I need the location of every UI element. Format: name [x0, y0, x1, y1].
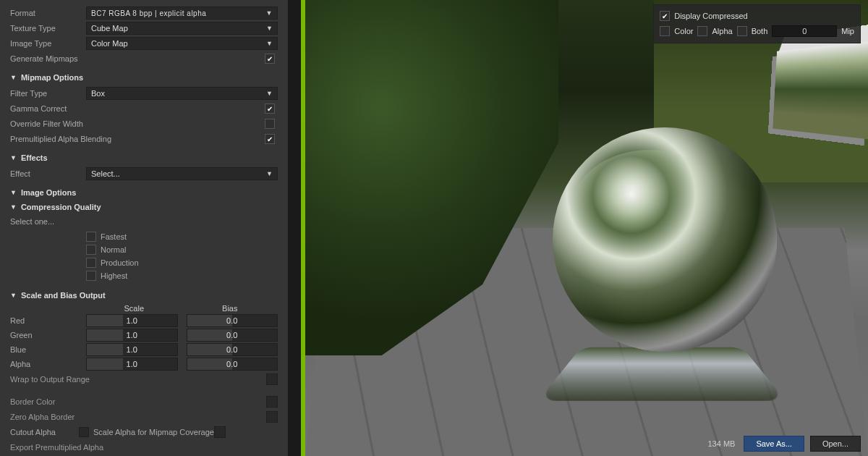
color-label: Color	[674, 27, 693, 35]
scale-alpha-mip-checkbox[interactable]	[79, 427, 89, 437]
export-premult-label: Export Premultiplied Alpha	[10, 443, 278, 452]
color-checkbox[interactable]	[660, 26, 670, 36]
alpha-scale-input[interactable]: 1.0	[86, 358, 178, 371]
dropdown-arrow-icon: ▼	[266, 170, 273, 177]
scene-sphere	[553, 127, 777, 352]
dropdown-arrow-icon: ▼	[266, 90, 273, 97]
both-checkbox[interactable]	[737, 26, 747, 36]
effect-select[interactable]: Select... ▼	[86, 167, 278, 180]
texture-type-value: Cube Map	[91, 24, 128, 33]
mip-label: Mip	[841, 27, 854, 35]
display-options-panel: Display Compressed Color Alpha Both 0 Mi…	[653, 4, 861, 43]
memory-status: 134 MB	[707, 439, 735, 448]
filter-type-select[interactable]: Box ▼	[86, 87, 278, 100]
alpha-label: Alpha	[712, 27, 732, 35]
effects-header[interactable]: ▼ Effects	[10, 153, 278, 162]
red-bias-input[interactable]: 0.0	[187, 314, 278, 327]
scale-column-header: Scale	[86, 304, 182, 313]
effect-value: Select...	[91, 169, 120, 178]
quality-production-checkbox[interactable]	[86, 258, 96, 268]
image-options-header[interactable]: ▼ Image Options	[10, 188, 278, 197]
green-bias-input[interactable]: 0.0	[187, 329, 278, 342]
filter-type-label: Filter Type	[10, 89, 86, 98]
quality-option: Production	[101, 258, 139, 267]
cutout-alpha-checkbox[interactable]	[214, 426, 226, 438]
scene-cube	[773, 41, 868, 140]
preview-viewport[interactable]: Display Compressed Color Alpha Both 0 Mi…	[305, 0, 868, 456]
blue-scale-input[interactable]: 1.0	[86, 343, 178, 356]
image-type-value: Color Map	[91, 39, 128, 48]
both-label: Both	[752, 27, 768, 35]
dropdown-arrow-icon: ▼	[266, 9, 273, 17]
wrap-output-checkbox[interactable]	[266, 373, 278, 385]
collapse-icon: ▼	[10, 74, 17, 81]
override-filter-width-checkbox[interactable]	[265, 119, 275, 129]
border-color-label: Border Color	[10, 397, 266, 406]
collapse-icon: ▼	[10, 203, 17, 211]
channel-blue-label: Blue	[10, 345, 86, 354]
quality-option: Normal	[101, 245, 126, 254]
blue-bias-input[interactable]: 0.0	[187, 343, 278, 356]
compression-quality-header[interactable]: ▼ Compression Quality	[10, 203, 278, 211]
quality-normal-checkbox[interactable]	[86, 245, 96, 255]
dropdown-arrow-icon: ▼	[266, 25, 273, 32]
border-color-checkbox[interactable]	[266, 396, 278, 408]
collapse-icon: ▼	[10, 292, 17, 299]
red-scale-input[interactable]: 1.0	[86, 314, 178, 327]
effect-label: Effect	[10, 169, 86, 178]
gamma-correct-label: Gamma Correct	[10, 104, 140, 113]
mipmap-options-header[interactable]: ▼ Mipmap Options	[10, 73, 278, 82]
scale-bias-header[interactable]: ▼ Scale and Bias Output	[10, 291, 278, 300]
channel-green-label: Green	[10, 331, 86, 339]
green-scale-input[interactable]: 1.0	[86, 329, 178, 342]
save-as-button[interactable]: Save As...	[744, 436, 804, 452]
image-type-label: Image Type	[10, 39, 86, 48]
format-value: BC7 RGBA 8 bpp | explicit alpha	[91, 9, 206, 17]
settings-panel: Format BC7 RGBA 8 bpp | explicit alpha ▼…	[0, 0, 288, 456]
wrap-output-label: Wrap to Output Range	[10, 375, 266, 384]
premult-alpha-label: Premultiplied Alpha Blending	[10, 135, 155, 143]
override-filter-width-label: Override Filter Width	[10, 119, 140, 128]
premult-alpha-checkbox[interactable]	[265, 134, 275, 144]
mip-slider[interactable]: 0	[772, 25, 837, 37]
zero-alpha-border-label: Zero Alpha Border	[10, 413, 266, 421]
generate-mipmaps-label: Generate Mipmaps	[10, 54, 111, 63]
gamma-correct-checkbox[interactable]	[265, 104, 275, 114]
display-compressed-label: Display Compressed	[674, 12, 747, 20]
select-one-label: Select one...	[10, 217, 86, 226]
channel-red-label: Red	[10, 316, 86, 325]
display-compressed-checkbox[interactable]	[660, 11, 670, 21]
dropdown-arrow-icon: ▼	[266, 40, 273, 47]
texture-type-label: Texture Type	[10, 24, 86, 33]
filter-type-value: Box	[91, 89, 105, 98]
image-type-select[interactable]: Color Map ▼	[86, 37, 278, 50]
footer-toolbar: 134 MB Save As... Open...	[707, 436, 861, 452]
generate-mipmaps-checkbox[interactable]	[265, 54, 275, 64]
quality-highest-checkbox[interactable]	[86, 271, 96, 281]
alpha-bias-input[interactable]: 0.0	[187, 358, 278, 371]
texture-type-select[interactable]: Cube Map ▼	[86, 22, 278, 35]
format-select[interactable]: BC7 RGBA 8 bpp | explicit alpha ▼	[86, 7, 278, 20]
collapse-icon: ▼	[10, 154, 17, 161]
zero-alpha-border-checkbox[interactable]	[266, 411, 278, 423]
format-label: Format	[10, 9, 86, 17]
quality-fastest-checkbox[interactable]	[86, 232, 96, 242]
bias-column-header: Bias	[182, 304, 278, 313]
open-button[interactable]: Open...	[810, 436, 861, 452]
cutout-alpha-label: Cutout Alpha	[10, 428, 56, 436]
channel-alpha-label: Alpha	[10, 360, 86, 368]
collapse-icon: ▼	[10, 189, 17, 196]
alpha-checkbox[interactable]	[697, 26, 707, 36]
quality-option: Highest	[101, 271, 127, 280]
quality-option: Fastest	[101, 232, 127, 241]
scene-base-plate	[538, 347, 786, 400]
scale-alpha-mip-label: Scale Alpha for Mipmap Coverage	[93, 428, 214, 436]
